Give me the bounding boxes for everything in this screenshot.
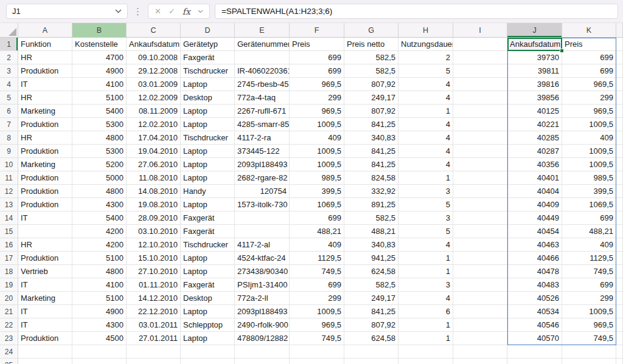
row-header-9[interactable]: 9 — [0, 145, 18, 158]
cell-partial-19[interactable] — [616, 278, 623, 292]
cell-A17[interactable]: Produktion — [18, 252, 72, 265]
cell-H12[interactable]: 3 — [399, 185, 453, 198]
cell-J13[interactable]: 40409 — [507, 198, 562, 211]
cell-K13[interactable]: 1069,5 — [562, 198, 616, 211]
cell-G18[interactable]: 624,58 — [344, 265, 399, 278]
cell-D12[interactable]: Handy — [181, 185, 235, 198]
cell-partial-11[interactable] — [616, 171, 623, 185]
insert-function-icon[interactable]: fx — [183, 7, 190, 16]
cell-F20[interactable]: 299 — [290, 292, 344, 305]
row-header-12[interactable]: 12 — [0, 185, 18, 198]
row-header-24[interactable]: 24 — [0, 345, 18, 359]
cell-J20[interactable]: 40526 — [507, 292, 562, 305]
cell-H9[interactable]: 4 — [399, 145, 453, 158]
cell-D1[interactable]: Gerätetyp — [181, 38, 235, 51]
cell-F10[interactable]: 1009,5 — [290, 158, 344, 171]
cell-A9[interactable]: Produktion — [18, 145, 72, 158]
row-header-1[interactable]: 1 — [0, 38, 18, 51]
cell-H11[interactable]: 1 — [399, 171, 453, 185]
cell-F14[interactable]: 699 — [290, 211, 344, 225]
cell-G2[interactable]: 582,5 — [344, 51, 399, 64]
cell-B16[interactable]: 4200 — [72, 238, 127, 252]
cell-J17[interactable]: 40466 — [507, 252, 562, 265]
cell-A7[interactable]: Produktion — [18, 118, 72, 131]
cell-K1[interactable]: Preis — [562, 38, 616, 51]
cell-K15[interactable]: 488,21 — [562, 225, 616, 238]
cell-A12[interactable]: Produktion — [18, 185, 72, 198]
cell-K9[interactable]: 1009,5 — [562, 145, 616, 158]
cell-A4[interactable]: IT — [18, 78, 72, 91]
cell-A22[interactable]: IT — [18, 318, 72, 332]
cell-K11[interactable]: 989,5 — [562, 171, 616, 185]
cell-B21[interactable]: 4900 — [72, 305, 127, 318]
row-header-15[interactable]: 15 — [0, 225, 18, 238]
cell-G6[interactable]: 807,92 — [344, 105, 399, 118]
cell-H21[interactable]: 6 — [399, 305, 453, 318]
cell-F16[interactable]: 409 — [290, 238, 344, 252]
cell-G15[interactable]: 488,21 — [344, 225, 399, 238]
cell-D25[interactable] — [181, 359, 235, 364]
cell-I14[interactable] — [453, 211, 507, 225]
cell-B9[interactable]: 5300 — [72, 145, 127, 158]
cell-B6[interactable]: 5400 — [72, 105, 127, 118]
row-header-23[interactable]: 23 — [0, 332, 18, 345]
cell-A8[interactable]: HR — [18, 131, 72, 145]
cell-I10[interactable] — [453, 158, 507, 171]
cell-A3[interactable]: Produktion — [18, 64, 72, 78]
cell-I15[interactable] — [453, 225, 507, 238]
cell-C18[interactable]: 27.10.2010 — [127, 265, 181, 278]
cell-E7[interactable]: 4285-smarr-855 — [235, 118, 290, 131]
row-header-16[interactable]: 16 — [0, 238, 18, 252]
row-header-11[interactable]: 11 — [0, 171, 18, 185]
cell-J11[interactable]: 40401 — [507, 171, 562, 185]
cell-C5[interactable]: 12.02.2009 — [127, 91, 181, 105]
cell-K3[interactable]: 699 — [562, 64, 616, 78]
cell-H14[interactable]: 3 — [399, 211, 453, 225]
row-header-7[interactable]: 7 — [0, 118, 18, 131]
cell-H19[interactable]: 3 — [399, 278, 453, 292]
cell-D23[interactable]: Laptop — [181, 332, 235, 345]
cell-K25[interactable] — [562, 359, 616, 364]
cell-B23[interactable]: 4500 — [72, 332, 127, 345]
cell-F22[interactable]: 969,5 — [290, 318, 344, 332]
cell-G12[interactable]: 332,92 — [344, 185, 399, 198]
cell-E22[interactable]: 2490-rfolk-900 — [235, 318, 290, 332]
cell-G17[interactable]: 941,25 — [344, 252, 399, 265]
cell-G19[interactable]: 582,5 — [344, 278, 399, 292]
cell-partial-20[interactable] — [616, 292, 623, 305]
cell-C11[interactable]: 11.08.2010 — [127, 171, 181, 185]
cell-B5[interactable]: 5100 — [72, 91, 127, 105]
cell-partial-2[interactable] — [616, 51, 623, 64]
cell-H7[interactable]: 4 — [399, 118, 453, 131]
cell-D17[interactable]: Laptop — [181, 252, 235, 265]
cell-D18[interactable]: Laptop — [181, 265, 235, 278]
cell-F13[interactable]: 1069,5 — [290, 198, 344, 211]
cell-F1[interactable]: Preis — [290, 38, 344, 51]
cell-D4[interactable]: Laptop — [181, 78, 235, 91]
cell-K7[interactable]: 1009,5 — [562, 118, 616, 131]
cell-partial-4[interactable] — [616, 78, 623, 91]
cell-B11[interactable]: 5000 — [72, 171, 127, 185]
column-header-C[interactable]: C — [127, 23, 181, 38]
cell-B10[interactable]: 5200 — [72, 158, 127, 171]
cell-E16[interactable]: 4117-2-al — [235, 238, 290, 252]
cell-I24[interactable] — [453, 345, 507, 359]
cell-partial-23[interactable] — [616, 332, 623, 345]
cell-E14[interactable] — [235, 211, 290, 225]
cell-E25[interactable] — [235, 359, 290, 364]
cell-G20[interactable]: 249,17 — [344, 292, 399, 305]
cell-D5[interactable]: Desktop — [181, 91, 235, 105]
cell-D7[interactable]: Laptop — [181, 118, 235, 131]
cell-A24[interactable] — [18, 345, 72, 359]
cell-G4[interactable]: 807,92 — [344, 78, 399, 91]
cell-J25[interactable] — [507, 359, 562, 364]
cell-partial-12[interactable] — [616, 185, 623, 198]
cell-E5[interactable]: 772a-4-taq — [235, 91, 290, 105]
cell-J7[interactable]: 40221 — [507, 118, 562, 131]
cell-C22[interactable]: 03.01.2011 — [127, 318, 181, 332]
row-header-25[interactable]: 25 — [0, 359, 18, 364]
cell-B2[interactable]: 4700 — [72, 51, 127, 64]
column-header-partial[interactable] — [616, 23, 623, 38]
formula-input[interactable]: =SPALTENWAHL(A1:H23;3;6) — [215, 4, 618, 19]
cell-F21[interactable]: 1009,5 — [290, 305, 344, 318]
